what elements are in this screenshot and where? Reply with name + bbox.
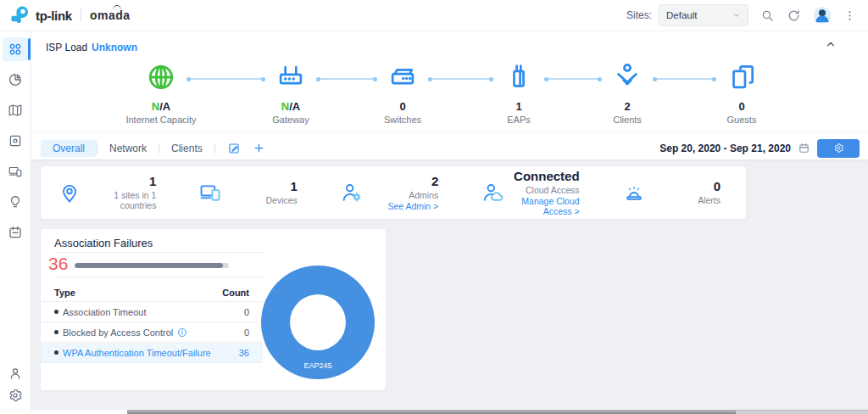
manage-cloud-access-link[interactable]: Manage Cloud Access > [504,196,579,216]
tab-network[interactable]: Network [97,140,159,157]
topology-node-switches[interactable]: 0 Switches [352,61,453,125]
sidebar-item-clients[interactable] [0,159,31,183]
header-divider [81,8,81,22]
row-type: Blocked by Access Control [63,327,173,338]
stat-value: Connected [504,170,579,183]
isp-load-status[interactable]: Unknown [92,42,137,53]
isp-load-label: ISP Load [46,42,87,53]
topology-node-label: Internet Capacity [110,115,212,125]
topology-node-label: Clients [576,115,678,125]
topology-node-internet[interactable]: N/A Internet Capacity [110,61,212,125]
bullet-icon [54,310,58,314]
sidebar-item-devices[interactable] [0,129,31,153]
divider [54,252,263,253]
topology-node-label: Gateway [240,115,342,125]
stat-alerts: 0 Alerts [605,166,746,219]
info-icon[interactable] [177,327,187,338]
stat-value: 1 [81,175,156,188]
row-count: 0 [244,327,249,338]
see-admin-link[interactable]: See Admin > [387,201,438,211]
topology-node-guests[interactable]: 0 Guests [691,61,793,125]
dashboard-tabbar: Overall Network Clients Sep 20, 2020 - S… [31,137,868,159]
dashboard-settings-button[interactable] [817,139,860,158]
tabbar-right: Sep 20, 2020 - Sep 21, 2020 [659,139,868,158]
topology-node-value: N/A [110,101,212,113]
row-type: WPA Authentication Timeout/Failure [63,348,211,358]
summary-stats-card: 1 1 sites in 1 countries 1 Devices 2 [41,166,746,219]
app-header: tp-link omada Sites: Default [0,0,868,31]
stat-admins: 2 Admins See Admin > [323,166,464,219]
clients-icon [611,61,643,95]
edit-dashboard-icon[interactable] [227,142,241,155]
stat-value: 1 [265,180,297,193]
sidebar-item-log[interactable] [0,221,31,244]
card-title: Association Failures [54,237,153,249]
tabs: Overall Network Clients [41,140,215,157]
topology-node-value: N/A [240,101,342,113]
tab-overall[interactable]: Overall [41,140,97,157]
stat-label: Admins [387,190,438,200]
globe-icon [145,61,177,95]
switch-icon [387,61,419,95]
col-type: Type [54,288,222,298]
sidebar-item-statistics[interactable] [0,68,31,92]
row-type: Association Timeout [63,307,146,317]
avatar[interactable] [813,6,832,25]
chevron-down-icon [732,11,741,20]
refresh-icon[interactable] [787,8,801,23]
window-bottom-edge-light [736,411,868,414]
topology-node-label: Guests [691,115,793,125]
stat-value: 0 [698,180,721,193]
brand-name: tp-link [36,8,72,23]
stat-sites: 1 1 sites in 1 countries [41,166,181,219]
stat-cloud-access: Connected Cloud Access Manage Cloud Acce… [464,166,604,219]
brand-area: tp-link omada [0,5,131,25]
chevron-up-icon[interactable] [824,37,837,51]
table-row-wpa-authentication[interactable]: WPA Authentication Timeout/Failure 36 [41,343,263,363]
table-row-association-timeout[interactable]: Association Timeout 0 [41,302,263,322]
topology-node-value: 1 [468,101,570,113]
failures-progress-bar [75,263,229,268]
table-row-blocked-by-access-control[interactable]: Blocked by Access Control 0 [41,322,263,343]
isp-load-panel: ISP Load Unknown N/A Internet Capacity N… [31,31,868,131]
donut-hole [290,294,346,350]
stat-label: Devices [265,195,297,205]
stat-label: Cloud Access [504,185,579,195]
stat-devices: 1 Devices [181,166,322,219]
topology-node-gateway[interactable]: N/A Gateway [240,61,342,125]
site-selected-value: Default [666,10,732,20]
sidebar-item-map[interactable] [0,98,31,122]
progress-fill [75,263,223,268]
calendar-icon[interactable] [798,142,810,154]
topology-node-value: 0 [352,101,453,113]
topology-node-label: EAPs [468,115,570,125]
search-icon[interactable] [760,8,775,23]
gateway-icon [275,61,307,95]
sidebar-item-settings[interactable] [0,383,31,407]
guests-icon [726,61,758,95]
tplink-logo-icon [10,5,31,25]
stat-label: 1 sites in 1 countries [81,190,156,210]
divider [54,277,263,277]
site-selector[interactable]: Default [659,4,748,26]
header-actions: Sites: Default [626,4,868,26]
sidebar-item-insight[interactable] [0,190,31,214]
sites-label: Sites: [626,9,652,21]
product-name: omada [90,8,131,22]
topology-node-eaps[interactable]: 1 EAPs [468,61,570,125]
sidebar-item-dashboard[interactable] [0,37,31,61]
sidebar [0,31,31,414]
add-tab-icon[interactable] [253,142,265,154]
bullet-icon [54,330,58,334]
stat-label: Alerts [698,195,721,205]
eap-icon [503,61,535,95]
date-range[interactable]: Sep 20, 2020 - Sep 21, 2020 [659,143,791,154]
kebab-menu-icon[interactable] [843,9,856,22]
sidebar-item-account[interactable] [0,361,31,385]
tab-separator [214,143,215,154]
col-count: Count [222,288,249,298]
bullet-icon [54,350,58,355]
topology-node-clients[interactable]: 2 Clients [576,61,678,125]
dashboard-content: 1 1 sites in 1 countries 1 Devices 2 [31,159,868,410]
tab-clients[interactable]: Clients [159,140,214,157]
